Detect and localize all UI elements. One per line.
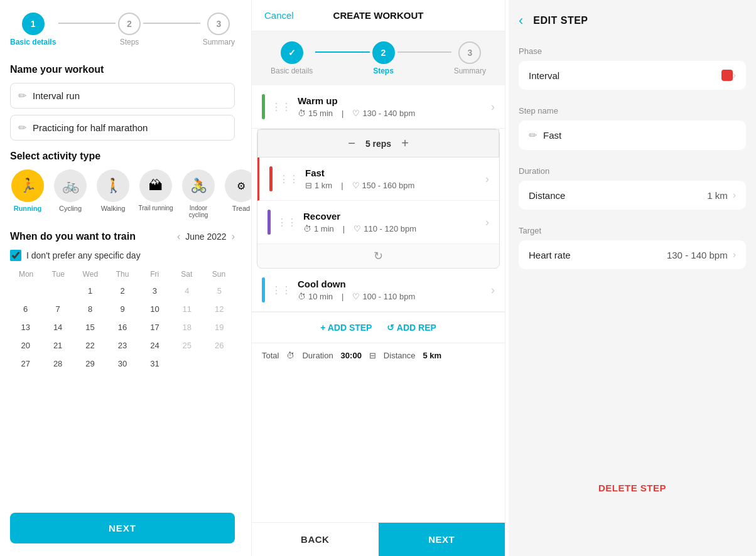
- left-panel: 1 Basic details 2 Steps 3 Summary Name y…: [0, 0, 245, 556]
- step-3: 3 Summary: [203, 13, 235, 46]
- phase-value: Interval: [529, 70, 716, 81]
- warmup-step[interactable]: ⋮⋮ Warm up ⏱ 15 min | ♡ 130 - 140 bpm ›: [252, 85, 505, 129]
- distance-icon-total: ⊟: [369, 351, 376, 360]
- clock-icon-3: ⏱: [298, 292, 306, 301]
- cooldown-duration: ⏱ 10 min: [298, 292, 333, 301]
- add-rep-button[interactable]: ↺ ADD REP: [387, 323, 436, 333]
- phase-row[interactable]: Interval ›: [519, 61, 746, 90]
- no-pref-row: I don't prefer any specific day: [10, 250, 235, 261]
- step-name-label: Step name: [519, 106, 746, 115]
- fast-name: Fast: [305, 168, 485, 178]
- trail-label: Trail running: [138, 205, 173, 211]
- activity-trail[interactable]: 🏔 Trail running: [138, 169, 173, 218]
- step-name-value: Fast: [543, 130, 736, 141]
- cooldown-step[interactable]: ⋮⋮ Cool down ⏱ 10 min | ♡ 100 - 110 bpm …: [252, 269, 505, 312]
- edit-step-back-btn[interactable]: ‹: [519, 13, 523, 29]
- target-row[interactable]: Heart rate 130 - 140 bpm ›: [519, 240, 746, 269]
- reps-bar: − 5 reps +: [257, 129, 499, 158]
- indoor-cycling-icon: 🚴: [182, 169, 215, 202]
- fast-info: Fast ⊟ 1 km | ♡ 150 - 160 bpm: [305, 168, 485, 190]
- workout-name-input-row[interactable]: ✏: [10, 83, 235, 109]
- warmup-chevron: ›: [491, 100, 495, 114]
- step-line-1: [58, 23, 116, 24]
- fast-chevron: ›: [485, 173, 489, 186]
- clock-icon-total: ⏱: [286, 351, 294, 360]
- cycling-label: Cycling: [59, 205, 82, 212]
- m-step-1: ✓ Basic details: [271, 41, 313, 75]
- m-step-line-1: [315, 51, 369, 53]
- m-step-2-label: Steps: [373, 67, 394, 75]
- target-label: Target: [519, 226, 746, 235]
- left-next-button[interactable]: NEXT: [10, 513, 235, 543]
- fast-distance: ⊟ 1 km: [305, 181, 332, 190]
- step-1-circle: 1: [22, 13, 45, 35]
- warmup-info: Warm up ⏱ 15 min | ♡ 130 - 140 bpm: [298, 95, 491, 118]
- recover-duration: ⏱ 1 min: [303, 224, 334, 233]
- add-step-button[interactable]: + ADD STEP: [320, 323, 372, 333]
- middle-next-button[interactable]: NEXT: [379, 523, 505, 556]
- cooldown-color-bar: [262, 277, 265, 302]
- trail-icon: 🏔: [139, 169, 172, 202]
- target-card: Heart rate 130 - 140 bpm ›: [519, 240, 746, 269]
- duration-card: Distance 1 km ›: [519, 181, 746, 210]
- prev-month-btn[interactable]: ‹: [177, 231, 180, 242]
- cooldown-drag-handle[interactable]: ⋮⋮: [271, 284, 291, 296]
- delete-step-button[interactable]: DELETE STEP: [509, 470, 756, 506]
- step-line-2: [143, 23, 200, 24]
- duration-value: 1 km: [707, 190, 728, 201]
- no-pref-label: I don't prefer any specific day: [26, 250, 141, 260]
- recover-hr: ♡ 110 - 120 bpm: [354, 224, 416, 233]
- warmup-hr: ♡ 130 - 140 bpm: [352, 109, 415, 118]
- fast-hr: ♡ 150 - 160 bpm: [352, 181, 415, 190]
- workout-steps: ⋮⋮ Warm up ⏱ 15 min | ♡ 130 - 140 bpm › …: [252, 85, 505, 368]
- step-1: 1 Basic details: [10, 13, 56, 46]
- cooldown-chevron: ›: [491, 284, 495, 297]
- m-step-2: 2 Steps: [372, 41, 395, 75]
- step-1-label: Basic details: [10, 38, 56, 46]
- recover-drag-handle[interactable]: ⋮⋮: [277, 217, 297, 228]
- warmup-drag-handle[interactable]: ⋮⋮: [271, 101, 291, 113]
- phase-card: Interval ›: [519, 61, 746, 90]
- step-name-row[interactable]: ✏ Fast: [519, 120, 746, 150]
- fast-step[interactable]: ⋮⋮ Fast ⊟ 1 km | ♡ 150 - 160 bpm ›: [257, 158, 499, 201]
- phase-section: Phase Interval ›: [509, 41, 756, 94]
- workout-name-input[interactable]: [33, 90, 227, 101]
- tread-label: Tread: [232, 205, 250, 212]
- running-label: Running: [14, 205, 42, 212]
- month-nav: ‹ June 2022 ›: [177, 231, 235, 242]
- activity-running[interactable]: 🏃 Running: [10, 169, 45, 218]
- recover-chevron: ›: [485, 216, 489, 229]
- phase-label: Phase: [519, 46, 746, 56]
- fast-drag-handle[interactable]: ⋮⋮: [279, 173, 299, 185]
- total-distance: 5 km: [423, 351, 441, 360]
- cancel-button[interactable]: Cancel: [264, 10, 294, 21]
- activity-cycling[interactable]: 🚲 Cycling: [53, 169, 88, 218]
- step-3-circle: 3: [207, 13, 230, 35]
- heart-icon-3: ♡: [354, 224, 361, 233]
- activity-indoor-cycling[interactable]: 🚴 Indoor cycling: [181, 169, 216, 218]
- reps-plus-btn[interactable]: +: [401, 136, 409, 151]
- no-pref-checkbox[interactable]: [10, 250, 21, 261]
- edit-step-title: EDIT STEP: [533, 15, 588, 26]
- step-name-card: ✏ Fast: [519, 120, 746, 150]
- name-section-title: Name your workout: [10, 64, 235, 75]
- workout-desc-input[interactable]: [33, 122, 227, 133]
- activity-walking[interactable]: 🚶 Walking: [95, 169, 131, 218]
- target-type: Heart rate: [529, 250, 667, 260]
- running-icon: 🏃: [11, 169, 44, 202]
- heart-icon: ♡: [352, 109, 360, 118]
- next-month-btn[interactable]: ›: [232, 231, 235, 242]
- m-step-3: 3 Summary: [454, 41, 486, 75]
- duration-section: Duration Distance 1 km ›: [509, 161, 756, 213]
- recover-step[interactable]: ⋮⋮ Recover ⏱ 1 min | ♡ 110 - 120 bpm ›: [257, 201, 499, 244]
- heart-icon-4: ♡: [352, 292, 360, 301]
- step-name-section: Step name ✏ Fast: [509, 101, 756, 154]
- duration-row[interactable]: Distance 1 km ›: [519, 181, 746, 210]
- reps-minus-btn[interactable]: −: [348, 136, 355, 151]
- distance-label: Distance: [384, 351, 416, 360]
- back-button[interactable]: BACK: [252, 523, 379, 556]
- m-step-1-circle: ✓: [281, 41, 303, 64]
- duration-type: Distance: [529, 190, 707, 201]
- indoor-cycling-label: Indoor cycling: [181, 205, 216, 218]
- workout-desc-input-row[interactable]: ✏: [10, 115, 235, 141]
